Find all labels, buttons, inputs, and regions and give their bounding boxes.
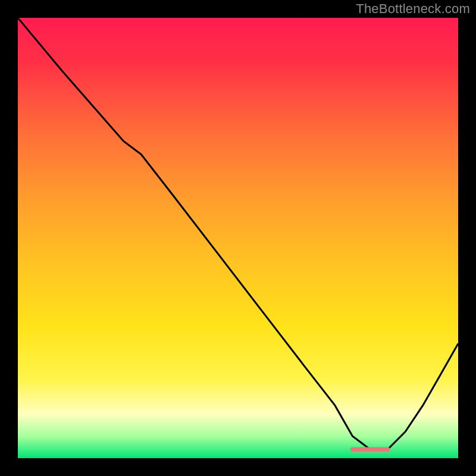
chart-svg [18, 18, 458, 458]
chart-frame: TheBottleneck.com [0, 0, 476, 476]
plot-area [18, 18, 458, 458]
gradient-rect [18, 18, 458, 458]
watermark-text: TheBottleneck.com [356, 1, 470, 17]
